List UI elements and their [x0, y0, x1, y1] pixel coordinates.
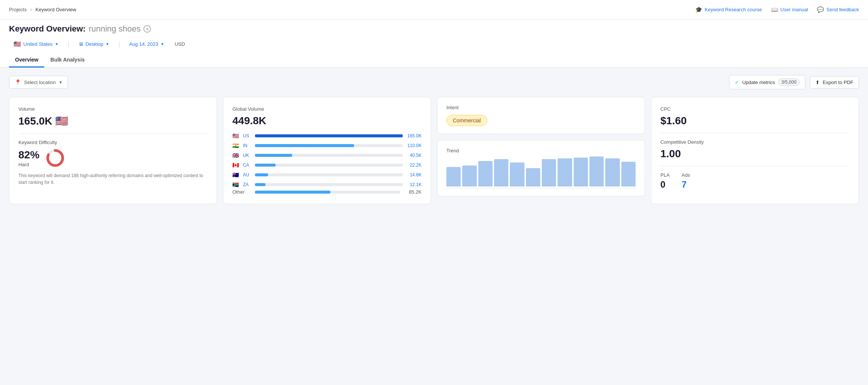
page-title-keyword: running shoes	[89, 24, 140, 34]
location-label: United States	[23, 41, 53, 47]
trend-bar-item	[605, 158, 619, 186]
ads-value: 7	[682, 179, 690, 190]
za-code: ZA	[243, 182, 252, 187]
user-manual-label: User manual	[781, 7, 808, 12]
za-bar-track	[255, 183, 403, 186]
au-bar-track	[255, 173, 403, 176]
country-rows: 🇺🇸 US 165.0K 🇮🇳 IN 110.0K 🇬	[232, 133, 422, 188]
pla-ads-row: PLA 0 Ads 7	[660, 172, 850, 190]
gv-value: 449.8K	[232, 115, 422, 127]
add-keyword-button[interactable]: +	[143, 25, 151, 33]
toolbar: 📍 Select location ▼ ✓ Update metrics 3/5…	[9, 75, 859, 89]
ca-bar-track	[255, 164, 403, 167]
pla-value: 0	[660, 179, 670, 190]
in-flag: 🇮🇳	[232, 143, 240, 149]
user-manual-link[interactable]: 📖 User manual	[771, 6, 808, 13]
za-bar	[255, 183, 265, 186]
intent-card: Intent Commercial	[437, 97, 645, 134]
date-filter[interactable]: Aug 14, 2023 ▼	[125, 39, 169, 49]
breadcrumb-current: Keyword Overview	[36, 7, 76, 12]
chat-icon: 💬	[817, 6, 824, 13]
tab-bulk-analysis[interactable]: Bulk Analysis	[44, 53, 90, 68]
breadcrumb-projects[interactable]: Projects	[9, 7, 27, 12]
us-code: US	[243, 133, 252, 138]
in-bar-track	[255, 144, 403, 147]
kd-row: 82% Hard	[18, 148, 208, 168]
trend-bar-item	[526, 168, 540, 186]
cpc-label: CPC	[660, 106, 850, 112]
trend-bar-item	[542, 159, 556, 186]
keyword-research-link[interactable]: 🎓 Keyword Research course	[695, 6, 762, 13]
uk-flag: 🇬🇧	[232, 152, 240, 158]
trend-bar-item	[446, 167, 461, 186]
date-label: Aug 14, 2023	[129, 41, 158, 47]
kd-desc: This keyword will demand 188 high-author…	[18, 172, 208, 186]
us-val: 165.0K	[406, 133, 422, 138]
country-row-uk: 🇬🇧 UK 40.5K	[232, 152, 422, 158]
intent-trend-col: Intent Commercial Trend	[437, 97, 645, 204]
other-row: Other 85.2K	[232, 189, 422, 195]
country-row-au: 🇦🇺 AU 14.8K	[232, 172, 422, 178]
send-feedback-link[interactable]: 💬 Send feedback	[817, 6, 859, 13]
au-flag: 🇦🇺	[232, 172, 240, 178]
kd-label: Keyword Difficulty	[18, 140, 208, 145]
kd-donut	[45, 148, 65, 168]
location-btn-label: Select location	[24, 80, 56, 85]
in-bar	[255, 144, 354, 147]
location-chevron-icon: ▼	[59, 80, 63, 84]
trend-bar-item	[558, 158, 572, 186]
gv-label: Global Volume	[232, 106, 422, 112]
tab-overview[interactable]: Overview	[9, 53, 44, 68]
tabs: Overview Bulk Analysis	[9, 53, 859, 67]
cd-value: 1.00	[660, 148, 850, 160]
ca-flag: 🇨🇦	[232, 162, 240, 168]
update-metrics-button[interactable]: ✓ Update metrics 3/5,000	[729, 75, 805, 89]
trend-bar-item	[494, 159, 508, 186]
top-bar: Projects > Keyword Overview 🎓 Keyword Re…	[0, 0, 868, 20]
trend-label: Trend	[446, 148, 636, 153]
trend-bar-item	[574, 158, 588, 186]
in-val: 110.0K	[406, 143, 422, 148]
ads-col: Ads 7	[682, 172, 690, 190]
pla-label: PLA	[660, 172, 670, 178]
trend-bar-item	[510, 162, 524, 186]
cpc-value: $1.60	[660, 115, 850, 127]
export-pdf-button[interactable]: ⬆ Export to PDF	[810, 76, 859, 89]
location-filter[interactable]: 🇺🇸 United States ▼	[9, 38, 63, 50]
ca-val: 22.2K	[406, 162, 422, 168]
trend-bar-item	[478, 161, 493, 186]
breadcrumb: Projects > Keyword Overview	[9, 7, 76, 12]
top-links: 🎓 Keyword Research course 📖 User manual …	[695, 6, 859, 13]
device-label: Desktop	[86, 41, 104, 47]
breadcrumb-separator: >	[30, 7, 33, 12]
uk-bar	[255, 154, 292, 157]
page-title: Keyword Overview: running shoes +	[9, 24, 859, 34]
pla-col: PLA 0	[660, 172, 670, 190]
ca-bar	[255, 164, 276, 167]
update-label: Update metrics	[742, 80, 775, 85]
filter-row: 🇺🇸 United States ▼ | 🖥 Desktop ▼ | Aug 1…	[9, 38, 859, 50]
card-divider-1	[18, 133, 208, 134]
au-code: AU	[243, 172, 252, 177]
country-row-ca: 🇨🇦 CA 22.2K	[232, 162, 422, 168]
cards-grid: Volume 165.0K 🇺🇸 Keyword Difficulty 82% …	[9, 97, 859, 204]
cd-divider	[660, 166, 850, 166]
filter-sep-1: |	[68, 40, 69, 48]
volume-label: Volume	[18, 106, 208, 112]
update-count-badge: 3/5,000	[778, 78, 800, 86]
in-code: IN	[243, 143, 252, 148]
other-bar-track	[255, 191, 400, 194]
export-label: Export to PDF	[823, 80, 853, 85]
currency-label: USD	[175, 41, 185, 47]
toolbar-right: ✓ Update metrics 3/5,000 ⬆ Export to PDF	[729, 75, 859, 89]
select-location-button[interactable]: 📍 Select location ▼	[9, 76, 68, 89]
keyword-research-label: Keyword Research course	[705, 7, 762, 12]
cpc-card: CPC $1.60 Competitive Density 1.00 PLA 0…	[651, 97, 859, 204]
trend-card: Trend	[437, 140, 645, 196]
device-filter[interactable]: 🖥 Desktop ▼	[74, 39, 114, 49]
ca-code: CA	[243, 162, 252, 168]
other-val: 85.2K	[406, 189, 422, 195]
us-bar-track	[255, 134, 403, 137]
za-val: 12.1K	[406, 182, 422, 187]
trend-axis	[446, 188, 636, 188]
